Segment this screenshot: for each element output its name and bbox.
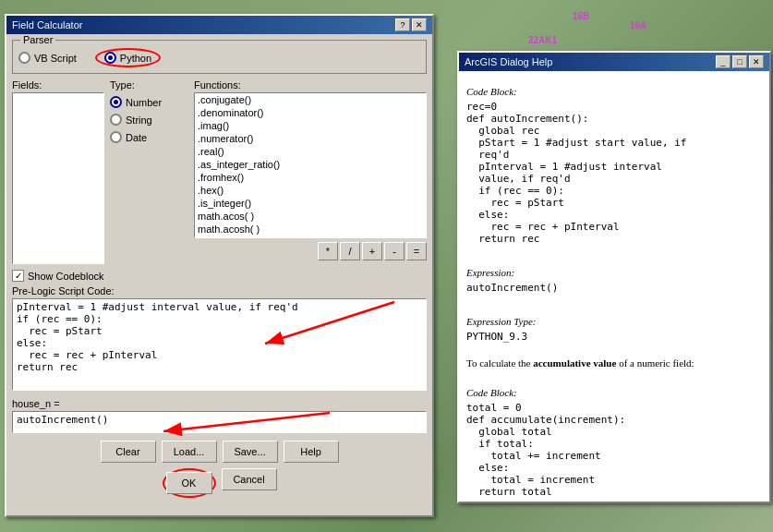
list-item[interactable]: .as_integer_ratio() [195, 158, 426, 171]
date-radio[interactable]: Date [110, 131, 188, 143]
list-item[interactable]: .numerator() [195, 132, 426, 145]
number-radio-circle [110, 96, 122, 108]
list-item[interactable]: .fromhex() [195, 171, 426, 184]
help-window: ArcGIS Dialog Help _ □ ✕ Code Block: rec… [457, 51, 771, 503]
code-block-2: total = 0 def accumulate(increment): glo… [466, 402, 762, 498]
code-block-title-2: Code Block: [466, 387, 762, 398]
expression-textarea[interactable]: autoIncrement() [12, 411, 427, 433]
number-radio[interactable]: Number [110, 96, 188, 108]
list-item[interactable]: math.asin( ) [195, 236, 426, 238]
parser-section: VB Script Python [18, 44, 420, 67]
list-item[interactable]: .denominator() [195, 106, 426, 119]
type-radios: Number String Date [110, 92, 188, 143]
vbscript-label: VB Script [34, 53, 77, 64]
multiply-button[interactable]: * [318, 242, 338, 260]
pre-logic-textarea[interactable]: pInterval = 1 #adjust interval value, if… [12, 298, 427, 391]
functions-label: Functions: [194, 79, 427, 91]
field-calculator-window: Field Calculator ? ✕ Parser VB Script Py… [5, 14, 434, 517]
type-label: Type: [110, 79, 188, 91]
fields-listbox[interactable] [12, 92, 104, 264]
fields-column: Fields: [12, 79, 104, 264]
equals-button[interactable]: = [406, 242, 427, 260]
field-calc-title: Field Calculator [12, 19, 82, 30]
help-content: Code Block: rec=0 def autoIncrement(): g… [459, 71, 769, 502]
help-minimize-button[interactable]: _ [716, 55, 731, 68]
action-buttons-row: Clear Load... Save... Help [12, 441, 427, 463]
field-calc-titlebar: Field Calculator ? ✕ [6, 16, 432, 34]
field-calc-help-button[interactable]: ? [395, 18, 410, 31]
string-radio-circle [110, 114, 122, 126]
show-codeblock-row: ✓ Show Codeblock [12, 270, 427, 282]
expression-type-title: Expression Type: [466, 316, 762, 327]
show-codeblock-checkbox[interactable]: ✓ [12, 270, 24, 282]
subtract-button[interactable]: - [384, 242, 405, 260]
field-calc-content: Parser VB Script Python Fields: [6, 34, 432, 503]
string-radio[interactable]: String [110, 114, 188, 126]
help-button[interactable]: Help [284, 441, 339, 463]
string-label: String [126, 115, 152, 126]
python-label: Python [120, 53, 151, 64]
number-label: Number [126, 97, 162, 108]
python-radio-circle [104, 52, 116, 64]
code-block-title-1: Code Block: [466, 86, 762, 97]
cancel-button[interactable]: Cancel [222, 468, 277, 490]
help-titlebar: ArcGIS Dialog Help _ □ ✕ [459, 53, 769, 71]
main-columns: Fields: Type: Number String [12, 79, 427, 264]
help-description: To calculate the accumulative value of a… [466, 357, 762, 369]
clear-button[interactable]: Clear [101, 441, 156, 463]
field-expr-label: house_n = [12, 398, 60, 409]
date-radio-circle [110, 131, 122, 143]
pre-logic-label: Pre-Logic Script Code: [12, 285, 427, 296]
date-label: Date [126, 132, 147, 143]
ok-cancel-row: OK Cancel [12, 468, 427, 498]
expression-value: autoIncrement() [466, 282, 762, 294]
functions-listbox[interactable]: .conjugate() .denominator() .imag() .num… [194, 92, 427, 238]
type-column: Type: Number String Date [110, 79, 188, 264]
vbscript-radio-circle [18, 52, 30, 64]
field-calc-window-controls: ? ✕ [395, 18, 427, 31]
list-item[interactable]: .conjugate() [195, 93, 426, 106]
parser-label: Parser [20, 34, 55, 45]
expression-title: Expression: [466, 267, 762, 278]
list-item[interactable]: .imag() [195, 119, 426, 132]
parser-group: Parser VB Script Python [12, 40, 427, 74]
map-label-16b: 16B [573, 11, 589, 21]
add-button[interactable]: + [362, 242, 382, 260]
field-calc-close-button[interactable]: ✕ [412, 18, 427, 31]
list-item[interactable]: math.acosh( ) [195, 223, 426, 236]
python-radio[interactable]: Python [104, 52, 151, 64]
fields-label: Fields: [12, 79, 104, 91]
ok-button[interactable]: OK [166, 472, 212, 494]
operators-row: * / + - = [194, 242, 427, 260]
functions-column: Functions: .conjugate() .denominator() .… [194, 79, 427, 264]
divide-button[interactable]: / [340, 242, 360, 260]
expression-type-value: PYTHON_9.3 [466, 331, 762, 343]
ok-button-highlight: OK [163, 468, 216, 498]
vbscript-radio[interactable]: VB Script [18, 52, 77, 64]
list-item[interactable]: math.acos( ) [195, 210, 426, 223]
python-radio-highlight: Python [95, 48, 161, 67]
map-label-16a: 16A [630, 20, 646, 30]
help-window-controls: _ □ ✕ [716, 55, 764, 68]
list-item[interactable]: .is_integer() [195, 197, 426, 210]
list-item[interactable]: .real() [195, 145, 426, 158]
save-button[interactable]: Save... [223, 441, 278, 463]
show-codeblock-label: Show Codeblock [28, 271, 104, 282]
map-label-22ak1: 22AK1 [528, 35, 557, 45]
help-title: ArcGIS Dialog Help [465, 56, 552, 67]
code-block-1: rec=0 def autoIncrement(): global rec pS… [466, 101, 762, 245]
help-maximize-button[interactable]: □ [732, 55, 747, 68]
load-button[interactable]: Load... [162, 441, 217, 463]
field-expr-row: house_n = [12, 398, 427, 409]
list-item[interactable]: .hex() [195, 184, 426, 197]
help-close-button[interactable]: ✕ [749, 55, 764, 68]
